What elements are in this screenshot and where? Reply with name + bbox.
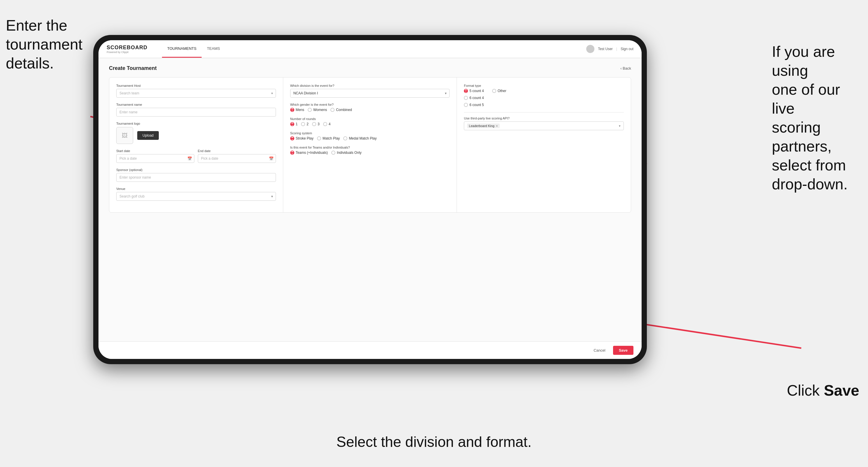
tournament-logo-label: Tournament logo <box>116 122 276 125</box>
gender-group: Which gender is the event for? Mens Wome <box>290 103 450 112</box>
gender-mens-radio[interactable] <box>290 108 294 112</box>
scoring-medal-radio[interactable] <box>343 136 347 141</box>
navbar: SCOREBOARD Powered by Clippit TOURNAMENT… <box>98 40 642 58</box>
event-teams-radio[interactable] <box>290 151 294 155</box>
rounds-2-radio[interactable] <box>301 122 305 126</box>
image-icon: 🖼 <box>122 132 128 139</box>
event-individuals-radio[interactable] <box>331 151 335 155</box>
calendar-icon-end: 📅 <box>269 156 274 161</box>
start-date-label: Start date <box>116 149 194 153</box>
form-footer: Cancel Save <box>98 341 642 359</box>
upload-button[interactable]: Upload <box>137 131 159 140</box>
rounds-3-radio[interactable] <box>312 122 316 126</box>
avatar <box>586 45 594 53</box>
scoring-group: Scoring system Stroke Play Match Play <box>290 131 450 141</box>
venue-label: Venue <box>116 187 276 190</box>
rounds-4[interactable]: 4 <box>323 122 331 126</box>
rounds-1[interactable]: 1 <box>290 122 298 126</box>
nav-tournaments[interactable]: TOURNAMENTS <box>162 40 202 58</box>
gender-womens[interactable]: Womens <box>308 108 327 112</box>
gender-combined[interactable]: Combined <box>331 108 352 112</box>
scoring-stroke-radio[interactable] <box>290 136 294 141</box>
gender-label: Which gender is the event for? <box>290 103 450 106</box>
user-name: Test User <box>598 47 613 51</box>
live-api-remove-btn[interactable]: ✕ <box>496 124 498 128</box>
tournament-host-group: Tournament Host <box>116 84 276 98</box>
event-type-label: Is this event for Teams and/or Individua… <box>290 146 450 149</box>
cancel-button[interactable]: Cancel <box>589 346 609 355</box>
annotation-topleft: Enter the tournament details. <box>6 16 87 73</box>
tournament-host-select-wrap <box>116 89 276 98</box>
logo-upload-area: 🖼 Upload <box>116 127 276 144</box>
form-col-2: Which division is the event for? NCAA Di… <box>283 77 457 212</box>
division-label: Which division is the event for? <box>290 84 450 87</box>
tournament-host-label: Tournament Host <box>116 84 276 87</box>
scoring-medal-match[interactable]: Medal Match Play <box>343 136 376 141</box>
save-button[interactable]: Save <box>613 346 633 355</box>
signout-link[interactable]: Sign out <box>621 47 633 51</box>
scoring-match-radio[interactable] <box>317 136 321 141</box>
format-other-radio[interactable] <box>492 89 496 93</box>
back-button[interactable]: ‹ Back <box>620 66 631 70</box>
format-6count4-radio[interactable] <box>464 96 468 100</box>
format-6count5-radio[interactable] <box>464 103 468 107</box>
tournament-logo-group: Tournament logo 🖼 Upload <box>116 122 276 144</box>
format-type-label: Format type <box>464 84 624 87</box>
gender-radio-group: Mens Womens Combined <box>290 108 450 112</box>
division-group: Which division is the event for? NCAA Di… <box>290 84 450 98</box>
format-type-group: Format type 5 count 4 <box>464 84 624 107</box>
rounds-2[interactable]: 2 <box>301 122 309 126</box>
gender-mens[interactable]: Mens <box>290 108 304 112</box>
live-scoring-group: Use third-party live scoring API? Leader… <box>464 117 624 130</box>
annotation-bottomright: Click Save <box>787 381 859 400</box>
format-6count4[interactable]: 6 count 4 <box>464 96 484 100</box>
tablet-screen: SCOREBOARD Powered by Clippit TOURNAMENT… <box>98 40 642 359</box>
scoring-match[interactable]: Match Play <box>317 136 340 141</box>
logo-placeholder: 🖼 <box>116 127 133 144</box>
rounds-group: Number of rounds 1 2 <box>290 117 450 126</box>
rounds-3[interactable]: 3 <box>312 122 320 126</box>
scoring-stroke[interactable]: Stroke Play <box>290 136 313 141</box>
division-select[interactable]: NCAA Division I <box>290 89 450 98</box>
tournament-name-group: Tournament name <box>116 103 276 117</box>
format-5count4[interactable]: 5 count 4 <box>464 89 484 93</box>
form-col-1: Tournament Host Tournament name Tourname… <box>109 77 283 212</box>
col3-divider <box>464 112 624 113</box>
gender-combined-radio[interactable] <box>331 108 335 112</box>
live-api-tag: Leaderboard King ✕ <box>467 124 499 128</box>
live-api-select[interactable]: Leaderboard King ✕ ▾ <box>464 122 624 130</box>
venue-input[interactable] <box>116 192 276 201</box>
rounds-4-radio[interactable] <box>323 122 327 126</box>
gender-womens-radio[interactable] <box>308 108 312 112</box>
format-5count4-radio[interactable] <box>464 89 468 93</box>
end-date-wrap: 📅 <box>198 154 276 163</box>
page-title: Create Tournament <box>109 65 157 71</box>
nav: TOURNAMENTS TEAMS <box>162 40 225 58</box>
format-type-col-right: Other <box>492 89 506 107</box>
format-6count5[interactable]: 6 count 5 <box>464 103 484 107</box>
tablet-shell: SCOREBOARD Powered by Clippit TOURNAMENT… <box>93 35 647 364</box>
venue-select-wrap: ▾ <box>116 192 276 201</box>
end-date-input[interactable] <box>198 154 276 163</box>
page-content: Create Tournament ‹ Back Tournament Host… <box>98 58 642 341</box>
format-other[interactable]: Other <box>492 89 506 93</box>
tournament-host-input[interactable] <box>116 89 276 98</box>
start-date-input[interactable] <box>116 154 194 163</box>
tournament-name-input[interactable] <box>116 108 276 117</box>
format-type-col-left: 5 count 4 6 count 4 6 count 5 <box>464 89 484 107</box>
venue-group: Venue ▾ <box>116 187 276 201</box>
rounds-radio-group: 1 2 3 4 <box>290 122 450 126</box>
annotation-bottomcenter: Select the division and format. <box>337 433 532 451</box>
event-teams[interactable]: Teams (+Individuals) <box>290 151 328 155</box>
start-date-wrap: 📅 <box>116 154 194 163</box>
calendar-icon: 📅 <box>187 156 192 161</box>
app-logo: SCOREBOARD Powered by Clippit <box>106 44 148 54</box>
sponsor-label: Sponsor (optional) <box>116 168 276 172</box>
live-scoring-label: Use third-party live scoring API? <box>464 117 624 120</box>
rounds-1-radio[interactable] <box>290 122 294 126</box>
sponsor-input[interactable] <box>116 173 276 182</box>
page-header: Create Tournament ‹ Back <box>109 65 631 71</box>
event-individuals[interactable]: Individuals Only <box>331 151 362 155</box>
event-type-radio-group: Teams (+Individuals) Individuals Only <box>290 151 450 155</box>
nav-teams[interactable]: TEAMS <box>202 40 225 58</box>
